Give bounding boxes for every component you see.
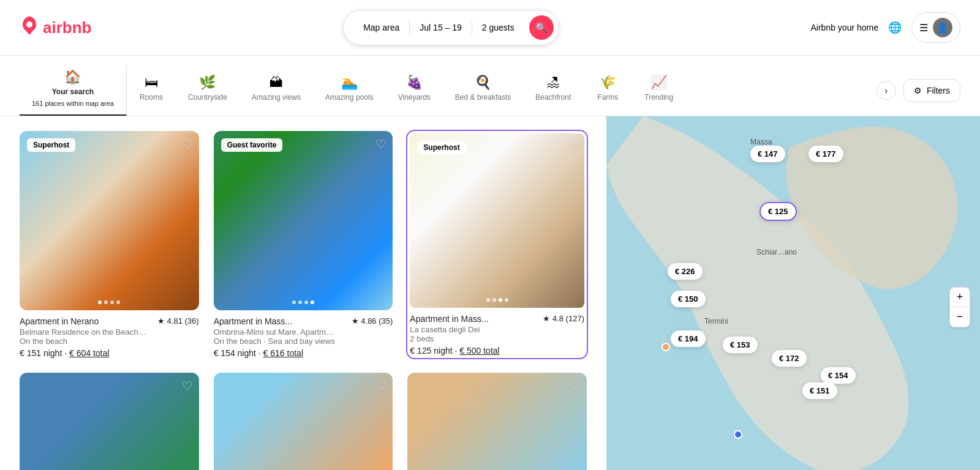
listing-image: Superhost♡ — [410, 133, 584, 308]
map-price-marker[interactable]: € 226 — [668, 263, 703, 280]
category-nav-arrow[interactable]: › — [876, 81, 896, 100]
user-menu-button[interactable]: ☰ 👤 — [911, 12, 960, 43]
filters-icon: ⚙ — [914, 86, 922, 95]
map-price-marker[interactable]: € 172 — [772, 350, 807, 367]
carousel-dot[interactable] — [98, 300, 102, 304]
map-background[interactable]: € 147€ 177€ 125€ 226€ 150€ 194€ 153€ 172… — [606, 116, 980, 470]
carousel-dot[interactable] — [110, 300, 114, 304]
hamburger-icon: ☰ — [919, 22, 928, 34]
zoom-out-button[interactable]: − — [950, 307, 970, 327]
category-item-rooms[interactable]: 🛏Rooms — [127, 71, 176, 110]
search-guests[interactable]: 2 guests — [472, 20, 524, 35]
listing-card[interactable]: ♡ — [407, 373, 587, 470]
map-price-marker[interactable]: € 194 — [671, 330, 706, 347]
listing-card[interactable]: ♡Apartment — [20, 373, 199, 470]
category-label-farms: Farms — [597, 93, 618, 102]
listing-image: Guest favorite♡ — [214, 131, 393, 310]
filters-label: Filters — [927, 86, 950, 95]
carousel-dot[interactable] — [116, 300, 120, 304]
listings-grid: Superhost♡Apartment in Nerano★ 4.81 (36)… — [20, 131, 587, 470]
carousel-dot[interactable] — [292, 300, 296, 304]
favorite-button[interactable]: ♡ — [570, 379, 581, 394]
your-search-icon: 🏠 — [64, 70, 81, 84]
map-price-marker[interactable]: € 151 — [802, 382, 837, 399]
listing-price-total: € 500 total — [459, 346, 499, 356]
zoom-in-button[interactable]: + — [950, 288, 970, 307]
map-panel: ‹ € 147€ 177€ 125€ 226€ 150€ 194€ 153€ 1… — [606, 116, 980, 470]
listing-detail: 2 beds — [410, 334, 584, 343]
listing-rating: ★ 4.86 (35) — [352, 316, 393, 326]
search-dates[interactable]: Jul 15 – 19 — [410, 20, 472, 35]
farms-icon: 🌾 — [600, 76, 616, 89]
carousel-dot[interactable] — [499, 298, 502, 302]
listing-subtitle: Belmare Residence on the Beach… — [20, 327, 199, 337]
beachfront-icon: 🏖 — [546, 76, 560, 89]
carousel-dot[interactable] — [298, 300, 302, 304]
favorite-button[interactable]: ♡ — [375, 137, 386, 152]
carousel-dot[interactable] — [486, 298, 490, 302]
listing-title: Apartment in Nerano — [20, 316, 99, 326]
language-button[interactable]: 🌐 — [888, 21, 902, 34]
listing-subtitle: Ombrina-Mimi sul Mare. Apartm… — [214, 327, 393, 337]
category-item-bed-breakfasts[interactable]: 🍳Bed & breakfasts — [443, 71, 523, 110]
category-label-vineyards: Vineyards — [398, 93, 431, 102]
listing-detail: On the beach · Sea and bay views — [214, 337, 393, 346]
listing-price: € 154 night · € 616 total — [214, 348, 393, 358]
map-price-marker[interactable]: € 154 — [821, 367, 856, 384]
airbnb-logo-icon — [20, 16, 39, 40]
avatar: 👤 — [933, 18, 952, 37]
filters-button[interactable]: ⚙ Filters — [903, 79, 960, 102]
category-nav: 🏠Your search161 places within map area🛏R… — [0, 56, 980, 116]
category-item-vineyards[interactable]: 🍇Vineyards — [386, 71, 443, 110]
listing-card[interactable]: ♡ — [214, 373, 393, 470]
listing-image: ♡ — [407, 373, 587, 470]
amazing-views-icon: 🏔 — [270, 76, 283, 89]
favorite-button[interactable]: ♡ — [375, 379, 386, 394]
category-label-your-search: Your search — [52, 88, 94, 96]
map-price-marker[interactable]: € 153 — [723, 337, 758, 353]
bed-breakfasts-icon: 🍳 — [475, 76, 491, 89]
carousel-dot[interactable] — [492, 298, 496, 302]
search-location[interactable]: Map area — [353, 20, 410, 35]
category-item-beachfront[interactable]: 🏖Beachfront — [523, 71, 583, 110]
airbnb-home-link[interactable]: Airbnb your home — [810, 23, 878, 32]
logo[interactable]: airbnb — [20, 16, 91, 40]
category-item-trending[interactable]: 📈Trending — [632, 71, 685, 110]
map-zoom-controls: + − — [949, 287, 970, 327]
listing-card[interactable]: Guest favorite♡Apartment in Mass...★ 4.8… — [214, 131, 393, 358]
category-label-amazing-pools: Amazing pools — [325, 93, 374, 102]
category-label-countryside: Countryside — [188, 93, 227, 102]
listing-image: ♡ — [20, 373, 199, 470]
favorite-button[interactable]: ♡ — [182, 137, 193, 152]
search-bar: Map area Jul 15 – 19 2 guests 🔍 — [343, 10, 559, 45]
category-item-amazing-views[interactable]: 🏔Amazing views — [239, 71, 313, 110]
amazing-pools-icon: 🏊 — [341, 76, 358, 89]
category-item-your-search[interactable]: 🏠Your search161 places within map area — [20, 65, 127, 116]
listing-price-total: € 616 total — [263, 348, 303, 358]
listing-card[interactable]: Superhost♡Apartment in Nerano★ 4.81 (36)… — [20, 131, 199, 358]
map-price-marker[interactable]: € 147 — [750, 146, 785, 162]
favorite-button[interactable]: ♡ — [182, 379, 193, 394]
listing-image: Superhost♡ — [20, 131, 199, 310]
carousel-dot[interactable] — [311, 300, 314, 304]
map-price-marker[interactable]: € 177 — [809, 146, 843, 162]
favorite-button[interactable]: ♡ — [567, 140, 578, 154]
listing-rating: ★ 4.8 (127) — [543, 314, 584, 323]
listing-price: € 125 night · € 500 total — [410, 346, 584, 356]
search-button[interactable]: 🔍 — [529, 15, 554, 40]
listing-detail: On the beach — [20, 337, 199, 346]
map-location-dot — [734, 430, 742, 439]
map-price-marker[interactable]: € 125 — [760, 202, 797, 221]
category-item-amazing-pools[interactable]: 🏊Amazing pools — [313, 71, 386, 110]
carousel-dot[interactable] — [304, 300, 308, 304]
countryside-icon: 🌿 — [199, 76, 216, 89]
category-item-farms[interactable]: 🌾Farms — [583, 71, 632, 110]
carousel-dot[interactable] — [104, 300, 108, 304]
header: airbnb Map area Jul 15 – 19 2 guests 🔍 A… — [0, 0, 980, 56]
category-item-countryside[interactable]: 🌿Countryside — [176, 71, 239, 110]
listing-card[interactable]: Superhost♡Apartment in Mass...★ 4.8 (127… — [407, 131, 587, 358]
listing-badge: Superhost — [417, 141, 466, 154]
rooms-icon: 🛏 — [145, 76, 158, 89]
carousel-dot[interactable] — [505, 298, 508, 302]
map-price-marker[interactable]: € 150 — [671, 291, 706, 307]
